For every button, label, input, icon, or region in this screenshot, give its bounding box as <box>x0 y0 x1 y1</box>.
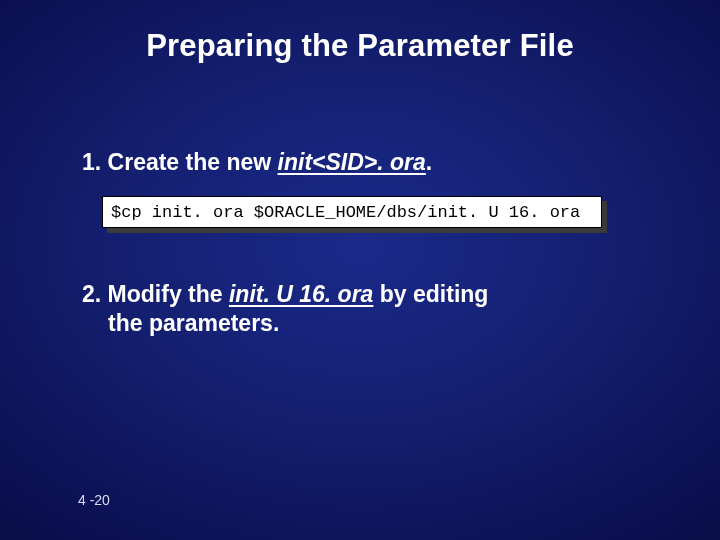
step-2-filename: init. U 16. ora <box>229 281 373 307</box>
step-2-prefix: 2. Modify the <box>82 281 229 307</box>
step-2-line2: the parameters. <box>108 310 279 336</box>
slide-title: Preparing the Parameter File <box>0 28 720 64</box>
step-2-suffix: by editing <box>373 281 488 307</box>
step-2: 2. Modify the init. U 16. ora by editing… <box>82 280 660 338</box>
code-box: $cp init. ora $ORACLE_HOME/dbs/init. U 1… <box>102 196 602 228</box>
step-1-filename: init<SID>. ora <box>278 149 426 175</box>
code-command: $cp init. ora $ORACLE_HOME/dbs/init. U 1… <box>102 196 602 228</box>
slide-number: 4 -20 <box>78 492 110 508</box>
step-1: 1. Create the new init<SID>. ora. <box>82 148 660 177</box>
step-1-prefix: 1. Create the new <box>82 149 278 175</box>
step-1-suffix: . <box>426 149 432 175</box>
